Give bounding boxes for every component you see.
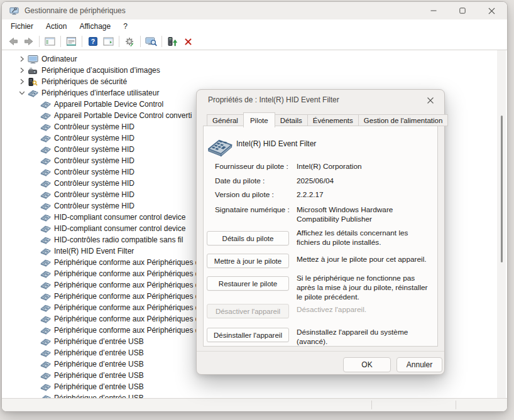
roll-back-driver-button[interactable]: Restaurer le pilote <box>207 276 289 291</box>
menu-bar: FichierActionAffichage? <box>2 19 507 33</box>
scan-hardware-icon[interactable] <box>122 35 138 48</box>
hid-device-icon <box>40 133 51 143</box>
tree-item-label: Périphériques d’interface utilisateur <box>41 89 159 97</box>
vertical-scrollbar[interactable] <box>497 50 506 398</box>
field-label: Fournisseur du pilote : <box>215 162 297 171</box>
tab-general[interactable]: Général <box>207 114 244 126</box>
driver-action-row: Mettre à jour le pilote Mettez à jour le… <box>204 254 437 272</box>
menu-item[interactable]: Affichage <box>73 21 117 32</box>
hid-device-icon <box>40 235 51 245</box>
cancel-button[interactable]: Annuler <box>396 357 442 372</box>
tree-item-label: Périphérique d’entrée USB <box>54 394 144 398</box>
chevron-icon[interactable] <box>17 77 27 87</box>
action-description: Désinstallez l'appareil du système (avan… <box>297 328 434 347</box>
tree-item-label: Intel(R) HID Event Filter <box>54 247 134 256</box>
svg-text:?: ? <box>90 38 94 45</box>
tab-evenements[interactable]: Événements <box>307 114 359 126</box>
tree-item[interactable]: Périphérique d’entrée USB <box>2 392 497 398</box>
menu-item[interactable]: Fichier <box>4 21 40 32</box>
driver-action-row: Désactiver l'appareil Désactivez l'appar… <box>204 304 437 323</box>
hid-device-icon <box>40 325 51 335</box>
close-icon[interactable] <box>477 2 506 19</box>
action-description: Affichez les détails concernant les fich… <box>297 229 434 247</box>
scrollbar-thumb[interactable] <box>501 116 503 262</box>
action-description: Si le périphérique ne fonctionne pas apr… <box>297 274 434 302</box>
driver-action-row: Détails du pilote Affichez les détails c… <box>204 231 437 250</box>
tree-item-label: Contrôleur système HID <box>54 156 134 165</box>
tab-bar: GénéralPiloteDétailsÉvénementsGestion de… <box>207 113 447 126</box>
driver-details-button[interactable]: Détails du pilote <box>207 231 289 245</box>
field-label: Version du pilote : <box>215 190 297 200</box>
field-value: Intel(R) Corporation <box>297 162 431 171</box>
hid-device-icon <box>40 257 51 267</box>
tree-item-label: Périphériques de sécurité <box>41 77 127 86</box>
tree-item-label: Périphérique d’entrée USB <box>54 382 144 391</box>
hid-device-icon <box>40 201 51 211</box>
hid-device-icon <box>40 223 51 234</box>
hid-device-icon <box>40 269 51 279</box>
tab-gestion-alimentation[interactable]: Gestion de l'alimentation <box>358 114 449 126</box>
driver-field: Signataire numérique : Microsoft Windows… <box>215 205 431 223</box>
chevron-icon[interactable] <box>17 65 27 75</box>
hid-device-icon <box>40 337 51 347</box>
action-description: Désactivez l'appareil. <box>297 305 434 315</box>
tree-item[interactable]: Périphérique d’entrée USB <box>2 381 497 392</box>
driver-field: Date du pilote : 2025/06/04 <box>215 176 431 186</box>
update-driver-button[interactable]: Mettre à jour le pilote <box>207 254 289 268</box>
update-driver-icon[interactable] <box>165 35 180 48</box>
tab-pilote[interactable]: Pilote <box>243 112 275 127</box>
tree-item-label: Contrôleur système HID <box>54 168 134 176</box>
show-action-pane-icon[interactable] <box>101 35 116 48</box>
tree-item[interactable]: Ordinateur <box>2 53 497 65</box>
status-bar <box>2 398 507 411</box>
tree-item-label: HID-contrôles radio compatible sans fil <box>54 235 183 244</box>
hid-device-icon <box>40 144 51 154</box>
menu-item[interactable]: ? <box>117 21 134 32</box>
hid-device-icon <box>40 280 51 290</box>
hid-device-icon <box>40 167 51 177</box>
chevron-icon[interactable] <box>17 54 27 64</box>
driver-field: Version du pilote : 2.2.2.17 <box>215 190 431 200</box>
status-bar-divider <box>456 401 456 409</box>
back-icon[interactable] <box>5 35 21 48</box>
disable-device-button[interactable]: Désactiver l'appareil <box>207 304 289 318</box>
ok-button[interactable]: OK <box>343 357 391 372</box>
show-console-tree-icon[interactable] <box>42 35 58 48</box>
help-icon[interactable]: ? <box>85 35 101 48</box>
field-value: 2025/06/04 <box>297 176 431 186</box>
hid-device-icon <box>40 190 51 200</box>
uninstall-device-icon[interactable] <box>180 35 196 48</box>
close-icon[interactable] <box>424 95 437 106</box>
search-computer-icon[interactable] <box>143 35 159 48</box>
properties-icon[interactable] <box>63 35 79 48</box>
hid-device-icon <box>27 88 38 98</box>
forward-icon[interactable] <box>21 35 36 48</box>
tree-item-label: HID-compliant consumer control device <box>54 213 185 222</box>
toolbar-separator <box>39 36 40 47</box>
menu-item[interactable]: Action <box>40 21 73 32</box>
chevron-icon[interactable] <box>17 88 27 98</box>
hid-device-icon <box>40 122 51 132</box>
hid-device-icon <box>40 393 51 398</box>
tree-item-label: Contrôleur système HID <box>54 190 134 199</box>
tree-item-label: Appareil Portable Device Control <box>54 100 163 109</box>
tree-item-label: Contrôleur système HID <box>54 179 134 188</box>
tree-item[interactable]: Périphériques de sécurité <box>2 76 497 87</box>
hid-device-icon <box>40 99 51 109</box>
minimize-icon[interactable] <box>419 2 448 19</box>
hid-device-icon <box>40 110 51 121</box>
toolbar-separator <box>60 36 61 47</box>
hid-device-icon <box>40 314 51 324</box>
tree-item-label: Contrôleur système HID <box>54 202 134 210</box>
driver-field: Fournisseur du pilote : Intel(R) Corpora… <box>215 162 431 171</box>
tree-item[interactable]: Périphérique d’acquisition d’images <box>2 65 497 76</box>
tree-item-label: Contrôleur système HID <box>54 122 134 131</box>
title-bar[interactable]: Gestionnaire de périphériques <box>2 2 507 19</box>
device-manager-app-icon <box>9 6 19 16</box>
tree-item-label: Périphérique conforme aux Périphériques … <box>54 281 199 289</box>
uninstall-device-button[interactable]: Désinstaller l'appareil <box>207 328 289 342</box>
hid-device-icon <box>40 212 51 222</box>
tab-details[interactable]: Détails <box>275 114 308 126</box>
maximize-icon[interactable] <box>448 2 477 19</box>
tree-item-label: Appareil Portable Device Control convert… <box>54 111 192 120</box>
